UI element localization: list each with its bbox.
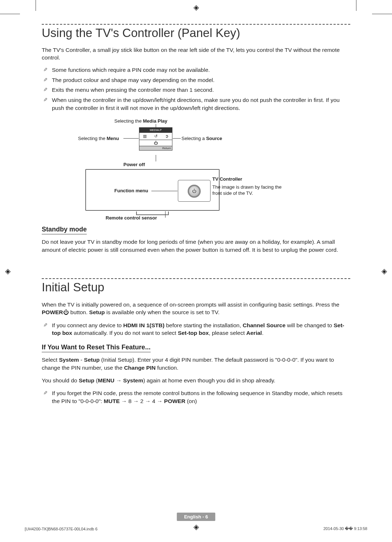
crop-mark — [356, 0, 356, 11]
crop-mark — [0, 14, 20, 14]
standby-heading: Standby mode — [42, 226, 87, 234]
registration-mark-icon: ◈ — [381, 267, 387, 275]
leader-line — [151, 191, 177, 191]
label-function-menu: Function menu — [114, 188, 148, 193]
note-list: Some functions which require a PIN code … — [42, 66, 350, 112]
section-rule — [42, 24, 350, 25]
leader-line — [156, 155, 156, 161]
function-menu-box: MEDIA.P ▥ ↺ ➲ ⏻ Return — [139, 127, 172, 151]
label-source: Selecting a Source — [181, 136, 222, 141]
label-power-off: Power off — [123, 162, 145, 167]
section-title: Initial Setup — [42, 280, 350, 294]
page-footer: English - 6 — [177, 513, 215, 521]
note-item: Exits the menu when pressing the control… — [42, 86, 350, 94]
note-item: If you forget the PIN code, press the re… — [42, 389, 350, 405]
menu-icon: ▥ — [143, 134, 147, 139]
joystick-icon — [188, 185, 201, 198]
note-item: Some functions which require a PIN code … — [42, 66, 350, 74]
label-menu: Selecting the Menu — [78, 136, 119, 141]
doc-footer-left: [UH4200-TK]BN68-05737E-00L04.indb 6 — [25, 527, 98, 531]
standby-text: Do not leave your TV in standby mode for… — [42, 238, 350, 254]
power-icon: ⏻ — [63, 309, 69, 315]
power-icon: ⏻ — [154, 141, 158, 145]
menu-header: MEDIA.P — [139, 128, 172, 132]
section-title: Using the TV's Controller (Panel Key) — [42, 26, 350, 40]
note-item: When using the controller in the up/down… — [42, 96, 350, 112]
leader-line — [123, 138, 139, 139]
crop-mark — [372, 14, 392, 14]
source-icon: ➲ — [165, 134, 168, 139]
doc-footer-right: 2014-05-30 �� 9:13:58 — [323, 526, 367, 531]
note-item: If you connect any device to HDMI IN 1(S… — [42, 321, 350, 337]
intro-text: The TV's Controller, a small joy stick l… — [42, 46, 350, 62]
registration-mark-icon: ◈ — [193, 3, 199, 12]
initial-setup-intro: When the TV is initially powered on, a s… — [42, 301, 350, 316]
label-remote-sensor: Remote control sensor — [106, 215, 157, 221]
label-tv-controller-desc: The image is drawn by facing the front s… — [212, 184, 285, 197]
reset-p1: Select System - Setup (Initial Setup). E… — [42, 356, 350, 371]
crop-mark — [36, 0, 36, 11]
registration-mark-icon: ◈ — [193, 522, 199, 531]
tv-stand — [136, 212, 169, 215]
note-item: The product colour and shape may vary de… — [42, 76, 350, 84]
leader-line — [156, 124, 156, 128]
leader-line — [165, 211, 166, 218]
reset-heading: If You Want to Reset This Feature... — [42, 344, 151, 352]
return-icon: ↺ — [154, 134, 158, 139]
reset-p2: You should do Setup (MENU → System) agai… — [42, 377, 350, 384]
label-media-play: Selecting the Media Play — [114, 118, 167, 124]
label-tv-controller: TV Controller — [212, 176, 242, 182]
registration-mark-icon: ◈ — [5, 267, 11, 275]
menu-return-label: Return — [139, 146, 172, 150]
controller-diagram: MEDIA.P ▥ ↺ ➲ ⏻ Return Selecting the Med… — [42, 118, 350, 220]
leader-line — [173, 138, 181, 139]
section-rule — [42, 278, 350, 279]
